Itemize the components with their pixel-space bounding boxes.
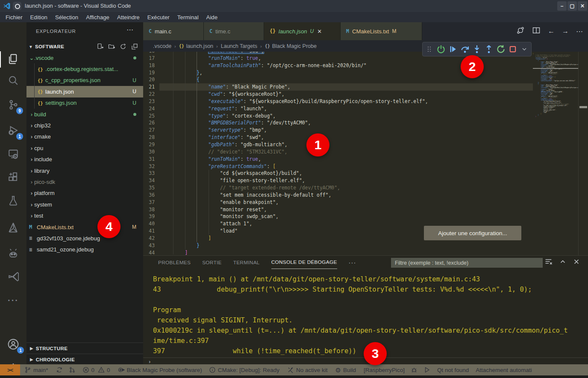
extensions-icon[interactable] xyxy=(0,168,26,186)
panel-tab-sortie[interactable]: SORTIE xyxy=(202,256,222,269)
status-item-no-active-kit[interactable]: No active kit xyxy=(287,366,328,373)
close-icon[interactable]: ✕ xyxy=(317,28,322,35)
files-icon[interactable] xyxy=(0,50,26,68)
status-item-cmake-debug-ready[interactable]: CMake: [Debug]: Ready xyxy=(209,366,279,373)
nav-back-icon[interactable]: ← xyxy=(548,27,555,35)
tree-item-launch-json[interactable]: {}launch.jsonU xyxy=(26,86,143,97)
debug-icon[interactable]: 1 xyxy=(0,122,26,139)
tree-item-c-cpp-properties-json[interactable]: {}c_cpp_properties.jsonU xyxy=(26,75,143,86)
tree-item--vscode[interactable]: ⌄.vscode xyxy=(26,52,143,63)
breadcrumb-item[interactable]: .vscode xyxy=(153,43,171,49)
debug-filter-input[interactable]: Filtre (exemple : text, !exclude) xyxy=(391,258,543,268)
breadcrumb-item[interactable]: launch.json xyxy=(186,43,213,49)
tree-item-cpu[interactable]: ›cpu xyxy=(26,142,143,154)
status-item[interactable] xyxy=(56,366,63,373)
search-icon[interactable] xyxy=(0,72,26,89)
collapse-icon[interactable] xyxy=(131,43,138,52)
status-item[interactable] xyxy=(423,366,430,373)
step-into-icon[interactable] xyxy=(472,44,482,54)
status-item-qt-not-found[interactable]: Qt not found xyxy=(437,367,469,373)
tree-item--cortex-debug-registers-stat-[interactable]: {}.cortex-debug.registers.stat... xyxy=(26,63,143,74)
tree-item-library[interactable]: ›library xyxy=(26,165,143,176)
source-control-icon[interactable]: 9 xyxy=(0,96,26,113)
more-icon[interactable]: ··· xyxy=(0,292,26,309)
minimap[interactable]: { // Use IntelliSense to learn about pos… xyxy=(533,53,578,190)
status-item--raspberrypico-[interactable]: [RaspberryPico] xyxy=(364,367,405,373)
panel-tab-probl-mes[interactable]: PROBLÈMES xyxy=(158,256,191,269)
close-icon[interactable] xyxy=(573,258,580,267)
status-item[interactable] xyxy=(69,366,76,373)
status-item-0[interactable]: 0 xyxy=(98,366,110,373)
menu-terminal[interactable]: Terminal xyxy=(173,14,203,21)
status-item[interactable] xyxy=(411,366,417,373)
tree-item-cmake[interactable]: ›cmake xyxy=(26,131,143,142)
status-item-black-magic-probe-software-[interactable]: Black Magic Probe (software) xyxy=(118,366,202,373)
tab-CMakeLists-txt[interactable]: MCMakeLists.txtM xyxy=(341,22,422,40)
nav-forward-icon[interactable]: → xyxy=(562,27,569,35)
step-over-icon[interactable] xyxy=(460,44,470,54)
menu-atteindre[interactable]: Atteindre xyxy=(113,14,144,21)
explorer-more-icon[interactable]: ⋯ xyxy=(126,26,134,34)
clear-icon[interactable] xyxy=(544,257,553,268)
beaker-icon[interactable] xyxy=(0,192,26,209)
overview-ruler[interactable] xyxy=(578,52,588,255)
panel-tab-console-de-d-bogage[interactable]: CONSOLE DE DÉBOGAGE xyxy=(271,256,337,269)
breadcrumb-item[interactable]: Launch Targets xyxy=(221,43,257,49)
remote-indicator[interactable]: >< xyxy=(0,364,20,375)
restart-icon[interactable] xyxy=(496,44,506,54)
menu-aide[interactable]: Aide xyxy=(203,14,221,21)
menu-exécuter[interactable]: Exécuter xyxy=(144,14,173,21)
split-icon[interactable] xyxy=(532,26,541,36)
tree-item-samd21-ozone-jdebug[interactable]: ≡samd21_ozone.jdebug xyxy=(26,244,143,255)
tree-item-CMakeLists-txt[interactable]: MCMakeLists.txtM xyxy=(26,221,143,233)
chevron-down-icon[interactable] xyxy=(520,44,529,54)
status-item-build[interactable]: ⚙Build xyxy=(335,367,356,373)
continue-icon[interactable] xyxy=(448,44,458,54)
menu-affichage[interactable]: Affichage xyxy=(82,14,113,21)
section-header-structure[interactable]: ▶ STRUCTURE xyxy=(26,343,143,354)
close-button[interactable]: ✕ xyxy=(578,1,587,11)
vs-icon[interactable] xyxy=(0,268,26,285)
menu-fichier[interactable]: Fichier xyxy=(2,14,26,21)
new-folder-icon[interactable] xyxy=(108,43,115,52)
status-item-0[interactable]: 0 xyxy=(82,366,95,373)
chevron-up-icon[interactable] xyxy=(559,258,567,267)
tree-item-settings-json[interactable]: {}settings.jsonU xyxy=(26,97,143,109)
add-configuration-button[interactable]: Ajouter une configuration... xyxy=(424,226,521,240)
power-icon[interactable] xyxy=(436,44,446,54)
more-actions-icon[interactable]: ⋯ xyxy=(576,27,583,35)
cmake-icon[interactable] xyxy=(0,219,26,236)
tree-item-platform[interactable]: ›platform xyxy=(26,188,143,199)
tree-item-pico-sdk[interactable]: ›pico-sdk xyxy=(26,176,143,187)
account-icon[interactable]: 1 xyxy=(0,336,26,353)
refresh-icon[interactable] xyxy=(120,43,126,52)
new-file-icon[interactable] xyxy=(97,43,103,52)
tree-item-chip32[interactable]: ›chip32 xyxy=(26,120,143,131)
menu-edition[interactable]: Edition xyxy=(26,14,51,21)
compare-icon[interactable] xyxy=(516,26,525,36)
maximize-button[interactable]: ▢ xyxy=(567,1,577,11)
panel-tab-terminal[interactable]: TERMINAL xyxy=(233,256,260,269)
tab-time-c[interactable]: Ctime.c xyxy=(204,22,264,40)
tab-launch-json[interactable]: {}launch.jsonU✕ xyxy=(264,22,341,40)
minimize-button[interactable]: – xyxy=(557,1,567,11)
status-item-main-[interactable]: main* xyxy=(24,366,48,373)
annotation-circle-3: 3 xyxy=(364,342,387,365)
tree-item-system[interactable]: ›system xyxy=(26,199,143,210)
panel-more-icon[interactable]: ··· xyxy=(349,259,356,266)
tree-item-build[interactable]: ›build xyxy=(26,109,143,120)
stop-icon[interactable] xyxy=(508,44,517,54)
step-out-icon[interactable] xyxy=(484,44,494,54)
tab-main-c[interactable]: Cmain.c xyxy=(143,22,204,40)
status-item-attachement-automati[interactable]: Attachement automati xyxy=(476,367,532,373)
menu-sélection[interactable]: Sélection xyxy=(51,14,82,21)
platformio-icon[interactable] xyxy=(0,245,26,262)
tree-item-test[interactable]: ›test xyxy=(26,210,143,221)
code-editor[interactable]: 1617181920212223242526272829303132333435… xyxy=(143,52,588,255)
section-header-chronologie[interactable]: ▶ CHRONOLOGIE xyxy=(26,354,143,365)
tree-item-gd32vf103-ozone-jdebug[interactable]: ≡gd32vf103_ozone.jdebug xyxy=(26,233,143,244)
tree-item-include[interactable]: ›include xyxy=(26,154,143,165)
breadcrumb-item[interactable]: Black Magic Probe xyxy=(272,43,317,49)
remote-explorer-icon[interactable] xyxy=(0,145,26,162)
section-header-software[interactable]: ▼ SOFTWARE xyxy=(26,41,143,52)
